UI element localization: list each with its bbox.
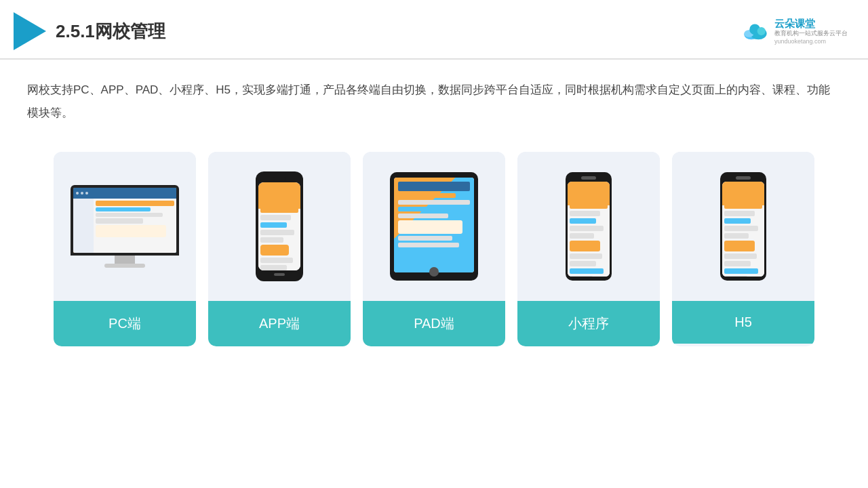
brand-logo: 云朵课堂 教育机构一站式服务云平台 yunduoketang.com: [741, 18, 848, 45]
cloud-icon: [741, 22, 770, 41]
app-device-mock: [256, 171, 303, 281]
brand-logo-area: 云朵课堂 教育机构一站式服务云平台 yunduoketang.com: [741, 18, 848, 45]
pc-device-mock: [71, 185, 179, 268]
brand-url: yunduoketang.com: [774, 38, 826, 45]
brand-text: 云朵课堂 教育机构一站式服务云平台 yunduoketang.com: [774, 18, 848, 45]
svg-point-4: [757, 27, 766, 35]
brand-tagline1: 教育机构一站式服务云平台: [774, 30, 848, 37]
app-image-area: [208, 152, 351, 301]
pad-device-mock: [390, 172, 478, 281]
header-left: 2.5.1网校管理: [14, 12, 165, 50]
app-label: APP端: [208, 301, 351, 346]
h5-label: H5: [672, 301, 814, 344]
page-title: 2.5.1网校管理: [56, 20, 165, 43]
card-pc: PC端: [54, 152, 196, 346]
card-miniprogram: 小程序: [517, 152, 660, 346]
cards-container: PC端: [0, 131, 868, 346]
pad-image-area: [363, 152, 505, 301]
card-h5: H5: [672, 152, 814, 346]
miniprogram-device-mock: [566, 172, 612, 281]
miniprogram-label: 小程序: [517, 301, 660, 346]
logo-triangle-icon: [14, 12, 46, 50]
miniprogram-image-area: [517, 152, 660, 301]
pc-image-area: [54, 152, 196, 301]
h5-device-mock: [720, 172, 766, 281]
description-text: 网校支持PC、APP、PAD、小程序、H5，实现多端打通，产品各终端自由切换，数…: [0, 60, 868, 131]
h5-image-area: [672, 152, 814, 301]
brand-name: 云朵课堂: [774, 18, 815, 30]
pc-label: PC端: [54, 301, 196, 346]
card-app: APP端: [208, 152, 351, 346]
pad-label: PAD端: [363, 301, 505, 346]
card-pad: PAD端: [363, 152, 505, 346]
header: 2.5.1网校管理 云朵课堂 教育机构一站式服务云平台 yunduoketang…: [0, 0, 868, 60]
